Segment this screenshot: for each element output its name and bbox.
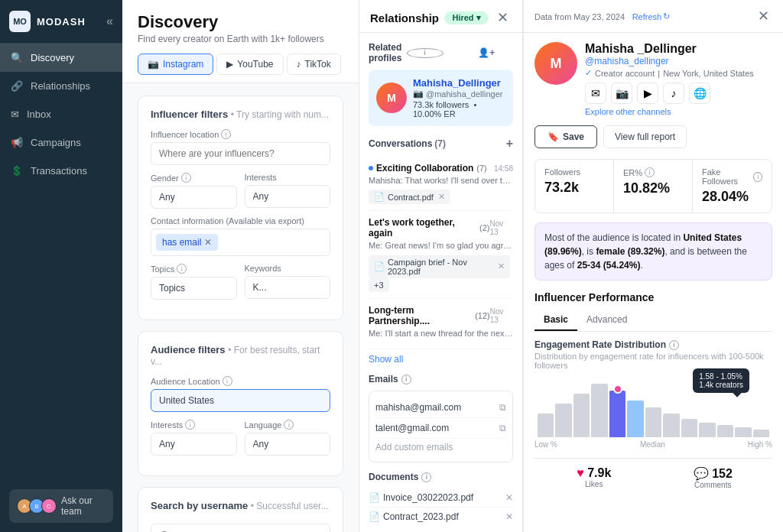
explore-channels-link[interactable]: Explore other channels bbox=[585, 107, 772, 116]
gender-select[interactable]: Any bbox=[151, 186, 237, 209]
influencer-filters-section: Influencer filters • Try starting with n… bbox=[138, 96, 343, 320]
documents-info-icon[interactable]: i bbox=[421, 472, 431, 482]
location-input[interactable] bbox=[151, 142, 330, 165]
chart-subtitle: Distribution by engagement rate for infl… bbox=[534, 352, 772, 370]
main-panel: Discovery Find every creator on Earth wi… bbox=[122, 0, 359, 532]
sidebar-item-relationships[interactable]: 🔗 Relationships bbox=[0, 72, 122, 100]
youtube-channel-icon[interactable]: ▶ bbox=[637, 83, 658, 104]
right-panel-close-button[interactable]: ✕ bbox=[755, 9, 772, 23]
avatar: M bbox=[376, 83, 407, 113]
profile-card[interactable]: M Mahisha_Dellinger 📷 @mahisha_dellinger… bbox=[369, 70, 513, 126]
chart-bar bbox=[735, 427, 751, 437]
sidebar: MO MODASH « 🔍 Discovery 🔗 Relationships … bbox=[0, 0, 122, 532]
youtube-icon: ▶ bbox=[226, 59, 233, 70]
filters-area: Influencer filters • Try starting with n… bbox=[122, 83, 359, 532]
audience-filters-title: Audience filters • For best results, sta… bbox=[151, 344, 330, 367]
er-info-icon[interactable]: i bbox=[645, 167, 655, 177]
document-icon: 📄 bbox=[374, 261, 385, 271]
profile-stats: 73.3k followers • 10.00% ER bbox=[413, 100, 505, 118]
audience-location-filter: Audience Location i bbox=[151, 376, 330, 412]
conversation-item[interactable]: Let's work together, again (2) Nov 13 Me… bbox=[369, 211, 513, 298]
conversation-item[interactable]: Exciting Collaboration (7) 14:58 Mahisha… bbox=[369, 157, 513, 211]
right-panel-content: M Mahisha _Dellinger @mahisha_dellinger … bbox=[524, 33, 783, 532]
topics-keywords-row: Topics i Topics Keywords bbox=[151, 264, 330, 300]
status-badge[interactable]: Hired ▾ bbox=[444, 11, 488, 24]
conv-title: Exciting Collaboration (7) bbox=[369, 163, 487, 174]
copy-email-icon[interactable]: ⧉ bbox=[499, 423, 506, 433]
emails-info-icon[interactable]: i bbox=[401, 375, 411, 384]
ask-team-button[interactable]: A B C Ask our team bbox=[9, 489, 113, 523]
performance-tabs: Basic Advanced bbox=[534, 310, 772, 332]
sidebar-item-campaigns[interactable]: 📢 Campaigns bbox=[0, 128, 122, 157]
sidebar-item-transactions[interactable]: 💲 Transactions bbox=[0, 157, 122, 185]
audience-interests-select[interactable]: Any bbox=[151, 433, 237, 456]
contact-label: Contact information (Available via expor… bbox=[151, 216, 330, 225]
add-email-button[interactable]: Add custom emails bbox=[375, 439, 506, 456]
copy-email-icon[interactable]: ⧉ bbox=[499, 402, 506, 413]
attachment-remove-icon[interactable]: ✕ bbox=[498, 261, 505, 271]
document-remove-icon[interactable]: ✕ bbox=[505, 492, 513, 503]
influencer-meta: ✓ Creator account | New York, United Sta… bbox=[585, 68, 772, 78]
conversation-item[interactable]: Long-term Partnership.... (12) Nov 13 Me… bbox=[369, 299, 513, 349]
save-button[interactable]: 🔖 Save bbox=[534, 125, 597, 148]
sidebar-item-discovery[interactable]: 🔍 Discovery bbox=[0, 44, 122, 72]
performance-title: Influencer Performance bbox=[534, 291, 772, 303]
action-buttons: 🔖 Save View full report bbox=[534, 125, 772, 148]
fake-stat: Fake Followers i 28.04% bbox=[693, 160, 772, 212]
attachment-remove-icon[interactable]: ✕ bbox=[438, 192, 445, 202]
interests-select[interactable]: Any bbox=[245, 185, 331, 208]
document-remove-icon[interactable]: ✕ bbox=[505, 511, 513, 522]
chart-info-icon[interactable]: i bbox=[669, 340, 679, 350]
profile-info: Mahisha_Dellinger 📷 @mahisha_dellinger 7… bbox=[413, 77, 505, 118]
stats-grid: Followers 73.2k ER% i 10.82% Fake Follow… bbox=[534, 159, 772, 213]
influencer-profile: M Mahisha _Dellinger @mahisha_dellinger … bbox=[534, 42, 772, 116]
sidebar-toggle-icon[interactable]: « bbox=[106, 15, 113, 28]
fake-value: 28.04% bbox=[702, 189, 762, 205]
tag-remove-icon[interactable]: ✕ bbox=[204, 237, 212, 248]
conv-title: Let's work together, again (2) bbox=[369, 217, 490, 238]
topics-info-icon[interactable]: i bbox=[177, 264, 187, 274]
contact-tag[interactable]: has email ✕ bbox=[156, 234, 218, 251]
language-select[interactable]: Any bbox=[245, 433, 331, 456]
tab-instagram[interactable]: 📷 Instagram bbox=[138, 54, 213, 75]
add-profile-icon[interactable]: 👤+ bbox=[478, 47, 513, 58]
tiktok-channel-icon[interactable]: ♪ bbox=[663, 83, 684, 104]
audience-location-input[interactable] bbox=[151, 389, 330, 412]
profile-handle: 📷 @mahisha_dellinger bbox=[413, 89, 505, 99]
instagram-channel-icon[interactable]: 📷 bbox=[611, 83, 632, 104]
transactions-icon: 💲 bbox=[11, 165, 23, 177]
email-channel-icon[interactable]: ✉ bbox=[585, 83, 606, 104]
refresh-button[interactable]: Refresh ↻ bbox=[632, 11, 671, 21]
conv-attachments: 📄 Campaign brief - Nov 2023.pdf ✕ +3 bbox=[369, 255, 513, 292]
audience-location-info-icon[interactable]: i bbox=[223, 376, 232, 386]
topics-select[interactable]: Topics bbox=[151, 277, 237, 300]
globe-channel-icon[interactable]: 🌐 bbox=[689, 83, 710, 104]
location-info-icon[interactable]: i bbox=[221, 129, 231, 139]
related-profiles-info-icon[interactable]: i bbox=[407, 48, 443, 58]
panel-title: Relationship bbox=[370, 11, 439, 24]
keywords-input[interactable] bbox=[245, 276, 331, 299]
interests-language-row: Interests i Any Language i Any bbox=[151, 420, 330, 456]
username-input[interactable] bbox=[151, 524, 330, 532]
language-info-icon[interactable]: i bbox=[284, 420, 294, 430]
gender-info-icon[interactable]: i bbox=[181, 173, 191, 183]
fake-info-icon[interactable]: i bbox=[753, 172, 762, 182]
tab-advanced[interactable]: Advanced bbox=[577, 310, 636, 331]
chart-section: Engagement Rate Distribution i Distribut… bbox=[534, 339, 772, 449]
add-conversation-icon[interactable]: + bbox=[506, 137, 513, 151]
gender-label: Gender i bbox=[151, 173, 237, 183]
sidebar-item-inbox[interactable]: ✉ Inbox bbox=[0, 100, 122, 128]
sidebar-item-label: Discovery bbox=[31, 52, 74, 63]
panel-close-button[interactable]: ✕ bbox=[494, 11, 512, 24]
conv-attachments: 📄 Contract.pdf ✕ bbox=[369, 190, 513, 204]
likes-stat: ♥ 7.9k Likes bbox=[534, 466, 654, 489]
chart-tooltip: 1.58 - 1.05% 1.4k creators bbox=[693, 368, 749, 393]
tab-basic[interactable]: Basic bbox=[534, 310, 577, 331]
chart-bar bbox=[591, 384, 607, 437]
view-report-button[interactable]: View full report bbox=[603, 125, 687, 148]
influencer-filters-title: Influencer filters • Try starting with n… bbox=[151, 109, 330, 120]
audience-interests-info-icon[interactable]: i bbox=[185, 420, 195, 430]
tab-tiktok[interactable]: ♪ TikTok bbox=[287, 54, 341, 75]
tab-youtube[interactable]: ▶ YouTube bbox=[216, 54, 283, 75]
show-all-button[interactable]: Show all bbox=[369, 354, 513, 365]
